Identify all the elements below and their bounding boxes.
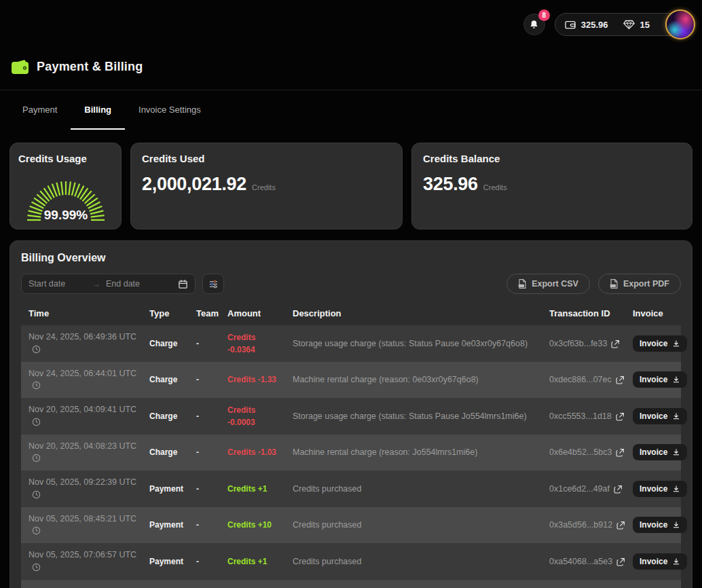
export-pdf-label: Export PDF bbox=[623, 279, 669, 289]
row-team: - bbox=[189, 551, 220, 572]
external-link-icon[interactable] bbox=[616, 448, 625, 457]
row-amount: Credits -0.0003 bbox=[220, 399, 285, 434]
credits-usage-card: Credits Usage 99.99% bbox=[10, 143, 122, 229]
row-time: Nov 05, 2025, 08:45:21 UTC bbox=[21, 507, 142, 544]
row-amount: Credits -0.0364 bbox=[220, 326, 285, 361]
row-type: Payment bbox=[142, 479, 189, 499]
clock-icon bbox=[32, 490, 41, 499]
credits-usage-value: 99.99% bbox=[18, 208, 113, 223]
table-header: Time Type Team Amount Description Transa… bbox=[21, 302, 681, 325]
table-row: Nov 04, 2025, 10:24:30 UTC Payment - Cre… bbox=[21, 580, 681, 588]
table-row: Nov 20, 2025, 04:09:41 UTC Charge - Cred… bbox=[21, 398, 681, 435]
credits-usage-title: Credits Usage bbox=[18, 153, 113, 164]
credits-used-value: 2,000,021.92 bbox=[142, 174, 246, 195]
export-csv-button[interactable]: Export CSV bbox=[506, 274, 590, 294]
credits-balance-card: Credits Balance 325.96 Credits bbox=[411, 143, 692, 229]
clock-icon bbox=[32, 454, 41, 462]
export-pdf-button[interactable]: Export PDF bbox=[598, 274, 681, 294]
invoice-download-button[interactable]: Invoice bbox=[633, 408, 687, 424]
row-type: Payment bbox=[142, 515, 189, 535]
download-icon bbox=[672, 448, 680, 456]
clock-icon bbox=[32, 345, 41, 354]
invoice-download-button[interactable]: Invoice bbox=[633, 371, 687, 388]
row-team: - bbox=[189, 479, 220, 499]
end-date-input[interactable]: End date bbox=[106, 279, 172, 289]
row-team: - bbox=[189, 515, 220, 535]
row-invoice: Invoice bbox=[625, 366, 691, 393]
row-invoice: Invoice bbox=[625, 548, 691, 575]
filter-sliders-icon bbox=[208, 279, 219, 289]
credits-balance-title: Credits Balance bbox=[423, 153, 681, 164]
bell-icon bbox=[529, 20, 539, 30]
row-time: Nov 24, 2025, 06:44:01 UTC bbox=[21, 362, 142, 399]
download-icon bbox=[672, 557, 680, 566]
invoice-download-button[interactable]: Invoice bbox=[633, 517, 687, 533]
row-team: - bbox=[189, 333, 220, 354]
billing-table: Time Type Team Amount Description Transa… bbox=[21, 302, 681, 588]
row-transaction-id: 0x6e4b52...5bc3 bbox=[542, 442, 625, 462]
col-team: Team bbox=[189, 308, 220, 318]
row-time: Nov 20, 2025, 04:09:41 UTC bbox=[21, 398, 142, 435]
external-link-icon[interactable] bbox=[616, 521, 625, 530]
external-link-icon[interactable] bbox=[616, 412, 625, 421]
external-link-icon[interactable] bbox=[616, 557, 625, 566]
row-description: Storage usage charge (status: Status Pau… bbox=[285, 333, 542, 354]
row-team: - bbox=[189, 442, 220, 462]
avatar[interactable] bbox=[665, 10, 695, 39]
col-type: Type bbox=[142, 308, 189, 318]
row-amount: Credits -1.03 bbox=[220, 441, 285, 464]
summary-cards: Credits Usage 99.99% Credits Used 2,000,… bbox=[0, 143, 702, 229]
credits-used-card: Credits Used 2,000,021.92 Credits bbox=[130, 143, 403, 229]
start-date-input[interactable]: Start date bbox=[29, 279, 87, 289]
col-amount: Amount bbox=[220, 308, 285, 318]
row-transaction-id: 0x3a5d56...b912 bbox=[542, 515, 625, 535]
download-icon bbox=[672, 521, 680, 529]
table-row: Nov 20, 2025, 04:08:23 UTC Charge - Cred… bbox=[21, 435, 681, 471]
row-invoice: Invoice bbox=[625, 403, 691, 430]
download-icon bbox=[672, 339, 680, 348]
row-time: Nov 05, 2025, 07:06:57 UTC bbox=[21, 543, 142, 580]
billing-overview-title: Billing Overview bbox=[21, 252, 681, 264]
credits-used-title: Credits Used bbox=[142, 153, 391, 164]
external-link-icon[interactable] bbox=[611, 339, 620, 348]
row-team: - bbox=[189, 406, 220, 426]
tab-payment[interactable]: Payment bbox=[9, 90, 71, 130]
download-icon bbox=[672, 485, 680, 493]
invoice-download-button[interactable]: Invoice bbox=[633, 553, 687, 570]
credits-balance-value: 325.96 bbox=[423, 174, 478, 195]
notification-badge: 8 bbox=[538, 10, 550, 21]
table-row: Nov 24, 2025, 06:49:36 UTC Charge - Cred… bbox=[21, 325, 681, 362]
diamond-icon bbox=[623, 20, 635, 29]
row-description: Machine rental charge (reason: Jo554lmrs… bbox=[285, 442, 542, 462]
row-transaction-id: 0xcc5553...1d18 bbox=[542, 406, 625, 426]
notification-area: 8 bbox=[523, 14, 545, 35]
col-description: Description bbox=[285, 308, 542, 318]
download-icon bbox=[672, 375, 680, 384]
row-description: Credits purchased bbox=[285, 479, 542, 499]
row-invoice: Invoice bbox=[625, 584, 691, 588]
clock-icon bbox=[32, 563, 41, 572]
csv-file-icon bbox=[518, 279, 527, 289]
row-description: Credits purchased bbox=[285, 551, 542, 572]
col-transaction-id: Transaction ID bbox=[542, 308, 625, 318]
col-invoice: Invoice bbox=[625, 308, 681, 318]
topbar: 8 325.96 15 bbox=[0, 0, 702, 49]
date-range-picker[interactable]: Start date → End date bbox=[21, 274, 196, 294]
external-link-icon[interactable] bbox=[616, 375, 625, 384]
invoice-download-button[interactable]: Invoice bbox=[633, 481, 687, 497]
wallet-balance: 325.96 bbox=[581, 20, 608, 30]
tab-invoice-settings[interactable]: Invoice Settings bbox=[125, 90, 215, 130]
billing-controls: Start date → End date bbox=[21, 274, 681, 294]
export-csv-label: Export CSV bbox=[532, 279, 578, 289]
row-time: Nov 20, 2025, 04:08:23 UTC bbox=[21, 435, 142, 471]
invoice-download-button[interactable]: Invoice bbox=[633, 335, 687, 352]
tab-billing[interactable]: Billing bbox=[71, 90, 125, 130]
invoice-download-button[interactable]: Invoice bbox=[633, 444, 687, 460]
table-row: Nov 24, 2025, 06:44:01 UTC Charge - Cred… bbox=[21, 362, 681, 399]
tab-bar: Payment Billing Invoice Settings bbox=[0, 90, 702, 130]
filter-button[interactable] bbox=[202, 274, 224, 294]
clock-icon bbox=[32, 526, 41, 535]
row-time: Nov 05, 2025, 09:22:39 UTC bbox=[21, 471, 142, 507]
row-type: Charge bbox=[142, 333, 189, 354]
external-link-icon[interactable] bbox=[614, 485, 623, 494]
